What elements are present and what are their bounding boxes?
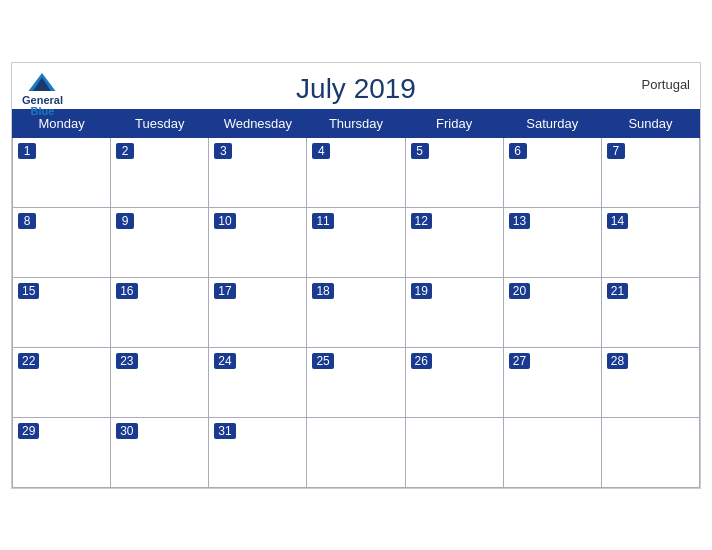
header-thursday: Thursday: [307, 109, 405, 137]
date-number: 2: [116, 143, 134, 159]
date-number: 29: [18, 423, 39, 439]
table-row: 9: [111, 207, 209, 277]
date-number: 26: [411, 353, 432, 369]
date-number: 5: [411, 143, 429, 159]
table-row: [405, 417, 503, 487]
calendar-week-row: 1234567: [13, 137, 700, 207]
date-number: 16: [116, 283, 137, 299]
date-number: 8: [18, 213, 36, 229]
table-row: 26: [405, 347, 503, 417]
date-number: 6: [509, 143, 527, 159]
table-row: 25: [307, 347, 405, 417]
date-number: 15: [18, 283, 39, 299]
date-number: 14: [607, 213, 628, 229]
logo-icon: [27, 71, 57, 93]
header-sunday: Sunday: [601, 109, 699, 137]
table-row: 23: [111, 347, 209, 417]
weekday-header-row: Monday Tuesday Wednesday Thursday Friday…: [13, 109, 700, 137]
table-row: 18: [307, 277, 405, 347]
table-row: 21: [601, 277, 699, 347]
table-row: 16: [111, 277, 209, 347]
calendar-table: Monday Tuesday Wednesday Thursday Friday…: [12, 109, 700, 488]
table-row: 4: [307, 137, 405, 207]
date-number: 25: [312, 353, 333, 369]
date-number: 1: [18, 143, 36, 159]
date-number: 30: [116, 423, 137, 439]
table-row: 15: [13, 277, 111, 347]
logo: General Blue: [22, 71, 63, 117]
date-number: 27: [509, 353, 530, 369]
date-number: 18: [312, 283, 333, 299]
table-row: 8: [13, 207, 111, 277]
date-number: 17: [214, 283, 235, 299]
header-friday: Friday: [405, 109, 503, 137]
table-row: 10: [209, 207, 307, 277]
table-row: 13: [503, 207, 601, 277]
table-row: 28: [601, 347, 699, 417]
table-row: 5: [405, 137, 503, 207]
table-row: 3: [209, 137, 307, 207]
table-row: [601, 417, 699, 487]
date-number: 23: [116, 353, 137, 369]
calendar-week-row: 15161718192021: [13, 277, 700, 347]
date-number: 10: [214, 213, 235, 229]
table-row: 7: [601, 137, 699, 207]
calendar-title: July 2019: [296, 73, 416, 105]
date-number: 31: [214, 423, 235, 439]
header-tuesday: Tuesday: [111, 109, 209, 137]
table-row: 29: [13, 417, 111, 487]
table-row: 2: [111, 137, 209, 207]
header-wednesday: Wednesday: [209, 109, 307, 137]
date-number: 21: [607, 283, 628, 299]
logo-text-general: General: [22, 95, 63, 106]
table-row: 30: [111, 417, 209, 487]
date-number: 13: [509, 213, 530, 229]
table-row: [307, 417, 405, 487]
table-row: 17: [209, 277, 307, 347]
date-number: 19: [411, 283, 432, 299]
date-number: 20: [509, 283, 530, 299]
calendar-header: General Blue July 2019 Portugal: [12, 63, 700, 109]
table-row: 11: [307, 207, 405, 277]
table-row: 6: [503, 137, 601, 207]
date-number: 9: [116, 213, 134, 229]
table-row: 14: [601, 207, 699, 277]
date-number: 4: [312, 143, 330, 159]
date-number: 7: [607, 143, 625, 159]
table-row: 24: [209, 347, 307, 417]
date-number: 11: [312, 213, 333, 229]
header-saturday: Saturday: [503, 109, 601, 137]
date-number: 28: [607, 353, 628, 369]
table-row: 19: [405, 277, 503, 347]
table-row: 27: [503, 347, 601, 417]
table-row: 1: [13, 137, 111, 207]
logo-text-blue: Blue: [31, 106, 55, 117]
date-number: 3: [214, 143, 232, 159]
table-row: 31: [209, 417, 307, 487]
calendar-week-row: 891011121314: [13, 207, 700, 277]
table-row: [503, 417, 601, 487]
date-number: 22: [18, 353, 39, 369]
table-row: 12: [405, 207, 503, 277]
country-label: Portugal: [642, 77, 690, 92]
calendar: General Blue July 2019 Portugal Monday T…: [11, 62, 701, 489]
calendar-week-row: 22232425262728: [13, 347, 700, 417]
table-row: 22: [13, 347, 111, 417]
date-number: 24: [214, 353, 235, 369]
table-row: 20: [503, 277, 601, 347]
calendar-week-row: 293031: [13, 417, 700, 487]
date-number: 12: [411, 213, 432, 229]
